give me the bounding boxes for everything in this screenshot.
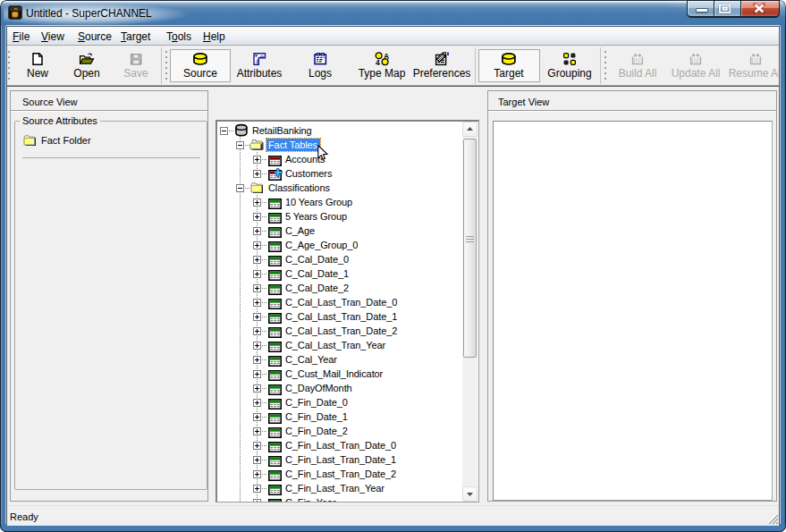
svg-text:A: A: [384, 52, 389, 61]
svg-text:4: 4: [376, 58, 380, 66]
